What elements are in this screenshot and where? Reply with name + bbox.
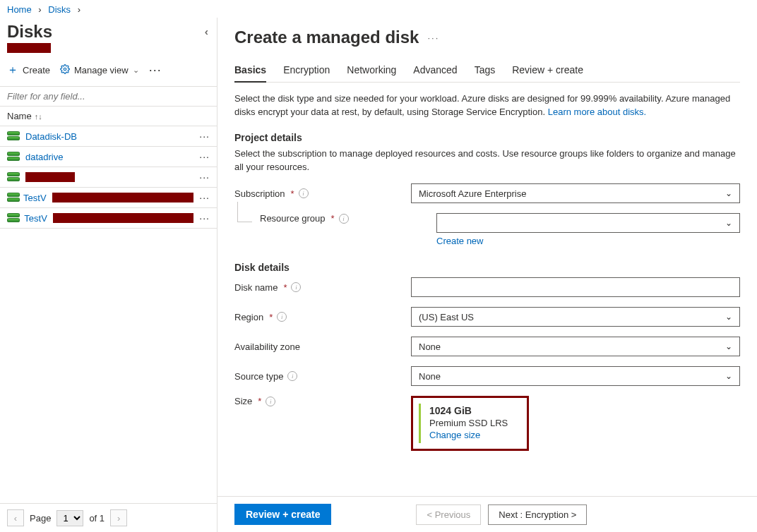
list-item[interactable]: datadrive···: [0, 147, 217, 167]
sort-ascending-icon: ↑↓: [35, 112, 42, 121]
source-type-label: Source type: [234, 371, 283, 382]
region-select[interactable]: (US) East US ⌄: [411, 307, 740, 327]
disk-details-title: Disk details: [234, 262, 740, 273]
row-more-button[interactable]: ···: [199, 171, 210, 183]
region-value: (US) East US: [419, 312, 474, 322]
learn-more-link[interactable]: Learn more about disks.: [548, 107, 646, 117]
more-actions-button[interactable]: ···: [149, 63, 162, 78]
availability-zone-select[interactable]: None ⌄: [411, 337, 740, 356]
info-icon[interactable]: i: [299, 188, 309, 198]
disk-icon: [7, 193, 18, 202]
manage-view-label: Manage view: [74, 65, 129, 75]
tab-tags[interactable]: Tags: [475, 60, 496, 82]
disk-name[interactable]: datadrive: [25, 152, 63, 162]
info-icon[interactable]: i: [277, 312, 287, 322]
resource-group-label: Resource group: [260, 213, 326, 224]
chevron-down-icon: ⌄: [725, 188, 732, 198]
filter-input[interactable]: [0, 87, 217, 107]
tab-review-create[interactable]: Review + create: [512, 60, 583, 82]
required-icon: *: [291, 188, 294, 199]
source-type-value: None: [419, 371, 441, 382]
size-highlight-box: 1024 GiB Premium SSD LRS Change size: [411, 396, 529, 451]
redacted-text: [52, 193, 194, 202]
required-icon: *: [269, 312, 273, 322]
create-new-link[interactable]: Create new: [436, 236, 483, 246]
create-button[interactable]: ＋ Create: [7, 63, 50, 78]
disk-icon: [7, 172, 20, 182]
chevron-down-icon: ⌄: [133, 66, 139, 75]
chevron-down-icon: ⌄: [725, 218, 732, 228]
redacted-text: [25, 172, 75, 182]
size-sku: Premium SSD LRS: [429, 418, 513, 428]
breadcrumb-home[interactable]: Home: [7, 4, 32, 15]
row-more-button[interactable]: ···: [199, 131, 210, 142]
info-icon[interactable]: i: [287, 371, 297, 381]
pager-prev-button[interactable]: ‹: [7, 509, 24, 526]
list-item[interactable]: ···: [0, 167, 217, 188]
disk-icon: [7, 152, 20, 162]
pager-page-select[interactable]: 1: [56, 510, 83, 526]
list-item[interactable]: TestV···: [0, 188, 217, 208]
size-block: 1024 GiB Premium SSD LRS Change size: [419, 404, 521, 443]
list-item[interactable]: TestV···: [0, 208, 217, 229]
disk-name: TestV: [23, 193, 47, 203]
availability-zone-value: None: [419, 341, 441, 352]
disk-name[interactable]: Datadisk-DB: [25, 131, 77, 142]
filter-row: [0, 86, 217, 107]
pager-next-button[interactable]: ›: [110, 509, 127, 526]
page-more-button[interactable]: ···: [427, 32, 439, 43]
review-create-button[interactable]: Review + create: [234, 504, 331, 525]
row-more-button[interactable]: ···: [199, 151, 210, 162]
manage-view-button[interactable]: Manage view ⌄: [60, 64, 139, 76]
tab-advanced[interactable]: Advanced: [413, 60, 457, 82]
disk-name-input[interactable]: [411, 277, 740, 297]
required-icon: *: [331, 213, 335, 224]
previous-button[interactable]: < Previous: [416, 504, 481, 525]
pager: ‹ Page 1 of 1 ›: [0, 503, 217, 532]
disk-icon: [7, 213, 18, 223]
row-more-button[interactable]: ···: [199, 192, 210, 203]
disk-list: Datadisk-DB···datadrive······TestV···Tes…: [0, 126, 217, 503]
main-panel: Create a managed disk ··· BasicsEncrypti…: [217, 18, 757, 532]
subscription-select[interactable]: Microsoft Azure Enterprise ⌄: [411, 183, 740, 203]
create-label: Create: [23, 65, 50, 75]
breadcrumb: Home › Disks ›: [0, 0, 757, 18]
list-item[interactable]: Datadisk-DB···: [0, 126, 217, 147]
chevron-right-icon: ›: [34, 4, 45, 15]
left-panel: Disks ‹‹ ＋ Create Manage view: [0, 18, 217, 532]
info-icon[interactable]: i: [339, 214, 349, 224]
subscription-label: Subscription: [234, 188, 285, 199]
tab-basics[interactable]: Basics: [234, 60, 266, 83]
plus-icon: ＋: [7, 63, 18, 78]
chevron-down-icon: ⌄: [725, 341, 732, 351]
change-size-link[interactable]: Change size: [429, 430, 480, 440]
collapse-panel-icon[interactable]: ‹‹: [205, 26, 208, 37]
row-more-button[interactable]: ···: [199, 212, 210, 224]
tab-networking[interactable]: Networking: [347, 60, 396, 82]
left-toolbar: ＋ Create Manage view ⌄ ···: [0, 53, 217, 85]
tab-bar: BasicsEncryptionNetworkingAdvancedTagsRe…: [234, 60, 740, 83]
tab-encryption[interactable]: Encryption: [283, 60, 330, 82]
region-label: Region: [234, 312, 263, 322]
chevron-down-icon: ⌄: [725, 312, 732, 322]
left-title: Disks: [7, 22, 52, 42]
redacted-text: [53, 213, 193, 223]
breadcrumb-disks[interactable]: Disks: [48, 4, 71, 15]
info-icon[interactable]: i: [266, 397, 275, 406]
required-icon: *: [283, 282, 287, 293]
size-value: 1024 GiB: [429, 405, 513, 416]
column-name-header: Name: [7, 111, 32, 121]
disk-name: TestV: [24, 213, 47, 224]
source-type-select[interactable]: None ⌄: [411, 366, 740, 386]
resource-group-select[interactable]: ⌄: [436, 213, 740, 233]
info-icon[interactable]: i: [291, 282, 301, 292]
list-header[interactable]: Name ↑↓: [0, 107, 217, 126]
disk-name-label: Disk name: [234, 282, 278, 293]
left-subtitle-redacted: [7, 43, 51, 53]
chevron-right-icon: ›: [73, 4, 85, 15]
project-details-desc: Select the subscription to manage deploy…: [234, 147, 740, 174]
required-icon: *: [258, 396, 261, 406]
intro-text: Select the disk type and size needed for…: [234, 92, 740, 119]
page-title: Create a managed disk: [234, 28, 419, 47]
next-button[interactable]: Next : Encryption >: [488, 504, 587, 525]
